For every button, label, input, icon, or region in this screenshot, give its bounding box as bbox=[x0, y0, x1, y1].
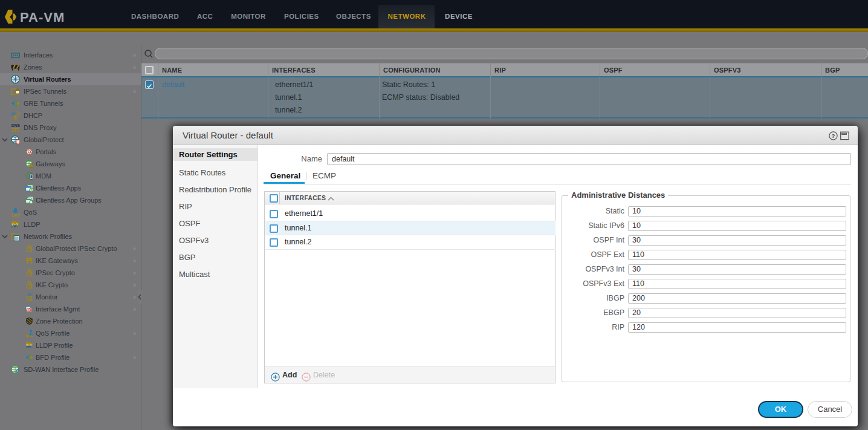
svg-text:?: ? bbox=[832, 132, 835, 139]
svg-text:DNS: DNS bbox=[11, 123, 20, 128]
svg-text:IP: IP bbox=[11, 111, 16, 117]
svg-text:QoS: QoS bbox=[25, 334, 33, 337]
svg-text:QoS: QoS bbox=[11, 213, 20, 217]
